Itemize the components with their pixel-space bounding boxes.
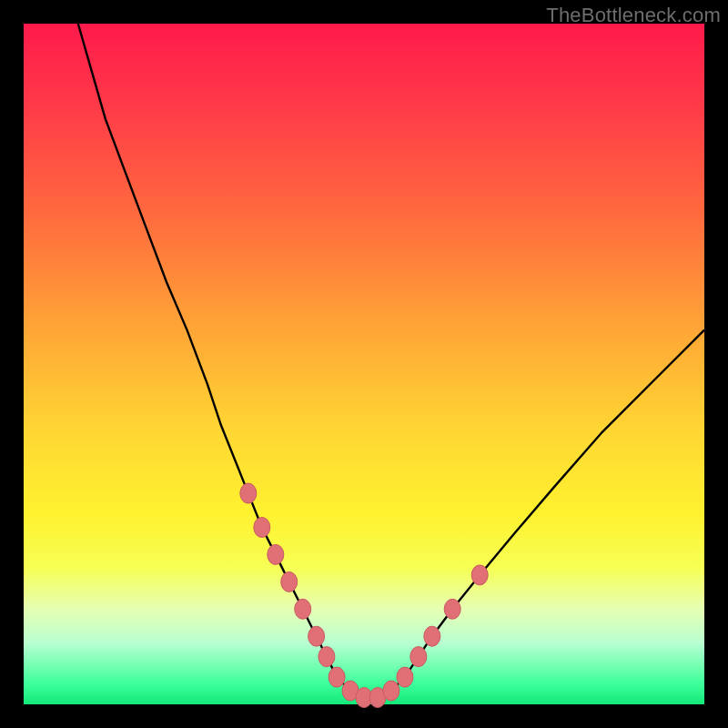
curve-markers-group (240, 483, 488, 707)
bottleneck-curve-svg (24, 24, 704, 704)
curve-marker (281, 571, 298, 592)
curve-marker (308, 626, 325, 646)
curve-marker (424, 626, 440, 646)
plot-area (24, 24, 704, 704)
curve-marker (329, 667, 345, 687)
curve-marker (397, 667, 413, 687)
curve-marker (295, 599, 311, 619)
curve-marker (383, 681, 399, 701)
chart-frame: TheBottleneck.com (0, 0, 728, 728)
curve-marker (254, 518, 270, 538)
curve-marker (268, 544, 284, 564)
curve-marker (471, 565, 488, 585)
bottleneck-curve (78, 24, 704, 698)
curve-marker (318, 647, 335, 667)
curve-marker (240, 483, 257, 503)
curve-marker (410, 647, 427, 667)
curve-marker (444, 599, 460, 619)
watermark-text: TheBottleneck.com (546, 4, 721, 27)
